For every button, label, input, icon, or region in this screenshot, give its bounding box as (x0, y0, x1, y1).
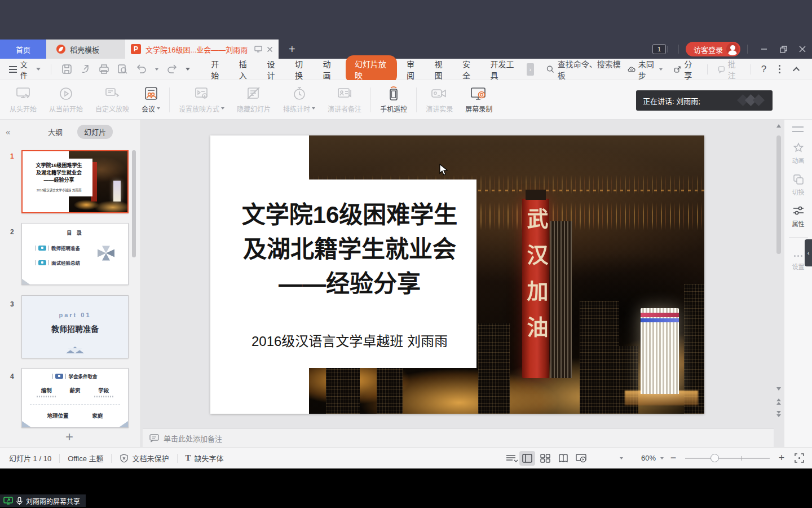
tab-docer[interactable]: 稻壳模板 (46, 40, 125, 59)
ribbon-start-from-current[interactable]: 从当前开始 (43, 82, 89, 117)
missing-font-button[interactable]: T 缺失字体 (186, 453, 224, 463)
view-dropdown-icon[interactable] (620, 457, 623, 459)
tab-outline[interactable]: 大纲 (41, 125, 69, 139)
window-list-badge[interactable]: 1 (652, 44, 666, 54)
zoom-out-button[interactable]: − (668, 452, 678, 464)
divider (177, 454, 178, 463)
more-icon[interactable] (779, 65, 780, 73)
zoom-slider-knob[interactable] (710, 454, 719, 462)
view-reading-button[interactable] (555, 451, 571, 466)
comment-button[interactable]: 批注 (718, 58, 740, 81)
slide-title-textbox[interactable]: 文学院16级困难学生 及湖北籍学生就业会 ——经验分享 2016级汉语言文学卓越… (223, 179, 476, 368)
tab-docer-label: 稻壳模板 (70, 44, 99, 55)
zoom-in-button[interactable]: + (776, 452, 787, 464)
slide-counter: 幻灯片 1 / 10 (9, 453, 51, 463)
tab-home[interactable]: 首页 (0, 40, 46, 59)
redo-button[interactable] (166, 64, 178, 75)
shield-x-icon (120, 454, 129, 463)
menu-slideshow-active[interactable]: 幻灯片放映 (346, 55, 397, 84)
add-slide-button[interactable]: + (61, 429, 78, 445)
print-button[interactable] (99, 64, 109, 75)
scrollbar-thumb[interactable] (776, 135, 781, 254)
share-button[interactable]: 分享 (674, 58, 696, 81)
customize-toolbar-icon[interactable] (186, 68, 190, 71)
divider (416, 87, 417, 112)
theme-name[interactable]: Office 主题 (68, 453, 103, 463)
slide-thumbnail-3[interactable]: part 01 教师招聘准备 (21, 295, 129, 358)
sidebar-animation[interactable]: 动画 (784, 142, 812, 165)
status-right: 60% − + (506, 451, 812, 466)
ribbon-lecture-record[interactable]: 演讲实录 (420, 82, 459, 117)
button-label: 排练计时 (283, 104, 315, 113)
star-icon (793, 142, 804, 154)
slide-thumbnail-2[interactable]: 目 录 教师招聘准备 面试经验总结 (21, 223, 129, 285)
sidebar-properties[interactable]: 属性 (784, 205, 812, 228)
scroll-up-icon (776, 124, 781, 128)
ribbon-rehearse-timing[interactable]: 排练计时 (277, 82, 321, 117)
minimize-button[interactable] (754, 41, 774, 57)
notes-bar[interactable]: 单击此处添加备注 (143, 428, 774, 447)
collapse-panel-button[interactable]: « (6, 127, 19, 137)
microphone-icon (16, 497, 23, 505)
ribbon-meeting[interactable]: 会议 (135, 82, 166, 117)
zoom-slider[interactable] (685, 458, 770, 459)
print-preview-button[interactable] (117, 64, 128, 75)
ribbon-custom-slideshow[interactable]: 自定义放映 (89, 82, 135, 117)
window-titlebar: 首页 稻壳模板 P 文学院16级困...业会——刘雨雨 + 1 (0, 0, 812, 59)
ribbon-phone-remote[interactable]: 手机遥控 (374, 82, 413, 117)
menu-overflow-button[interactable]: › (527, 63, 534, 76)
button-label: 演讲者备注 (328, 104, 361, 113)
menu-design[interactable]: 设计 (259, 55, 288, 84)
close-tab-icon[interactable] (267, 46, 273, 52)
sidebar-transition[interactable]: 切换 (784, 174, 812, 196)
envelope-icon (66, 347, 84, 353)
slide-thumbnail-4[interactable]: 学会条件取舍 编制 薪资 学段 地理位置 家庭 (21, 368, 129, 428)
button-label: 会议 (142, 104, 160, 113)
sidebar-settings[interactable]: 设置 (784, 262, 812, 271)
save-button[interactable] (61, 64, 72, 75)
export-button[interactable] (80, 64, 91, 75)
command-search[interactable]: 查找命令、搜索模板 (546, 58, 622, 81)
zoom-level[interactable]: 60% (641, 454, 656, 462)
close-window-button[interactable] (793, 41, 812, 57)
menu-transition[interactable]: 切换 (288, 55, 316, 84)
slide-editor[interactable]: 武汉加油 文学院16级困难学生 及湖北籍学生就业会 ——经验分享 2016级汉语… (210, 135, 704, 414)
meeting-logo-icon (736, 94, 766, 107)
collapse-ribbon-icon[interactable] (793, 67, 800, 73)
view-normal-button[interactable] (519, 451, 535, 466)
panel-menu-icon[interactable] (792, 126, 804, 132)
menu-start[interactable]: 开始 (204, 55, 232, 84)
ribbon-setup-show[interactable]: 设置放映方式 (173, 82, 231, 117)
file-menu[interactable]: 文件 (0, 59, 46, 80)
sync-status-button[interactable]: 未同步 (628, 58, 663, 81)
slide-number: 2 (10, 228, 14, 236)
thumbnail-title-box: 文学院16级困难学生 及湖北籍学生就业会 ——经验分享 2016级汉语言文学卓越… (25, 159, 92, 196)
fit-screen-button[interactable] (795, 453, 804, 463)
guest-login-button[interactable]: 访客登录 (686, 42, 740, 56)
undo-dropdown-icon[interactable] (155, 68, 158, 71)
screen: 首页 稻壳模板 P 文学院16级困...业会——刘雨雨 + 1 (0, 0, 812, 508)
ribbon-start-from-beginning[interactable]: 从头开始 (3, 82, 43, 117)
ribbon-hide-slide[interactable]: 隐藏幻灯片 (231, 82, 277, 117)
zoom-dropdown-icon[interactable] (660, 457, 664, 459)
view-sorter-button[interactable] (537, 451, 553, 466)
menu-insert[interactable]: 插入 (232, 55, 260, 84)
menu-security[interactable]: 安全 (455, 55, 483, 84)
view-slideshow-button[interactable] (573, 451, 589, 466)
ribbon-speaker-notes[interactable]: 演讲者备注 (321, 82, 368, 117)
panel-scrollbar[interactable] (132, 150, 136, 257)
restore-button[interactable] (774, 41, 793, 57)
tab-slides[interactable]: 幻灯片 (77, 125, 113, 139)
notes-toggle-button[interactable] (506, 454, 518, 462)
canvas-scrollbar[interactable] (774, 120, 784, 447)
menu-view[interactable]: 视图 (427, 55, 455, 84)
slide-thumbnail-1[interactable]: 文学院16级困难学生 及湖北籍学生就业会 ——经验分享 2016级汉语言文学卓越… (21, 150, 129, 213)
undo-button[interactable] (136, 64, 147, 75)
menu-animation[interactable]: 动画 (316, 55, 344, 84)
help-icon[interactable]: ? (761, 64, 766, 75)
missing-font-icon: T (186, 453, 191, 463)
document-protection[interactable]: 文档未保护 (120, 453, 169, 463)
menu-review[interactable]: 审阅 (399, 55, 427, 84)
ribbon-screen-record[interactable]: 屏幕录制 (459, 82, 498, 117)
menu-devtools[interactable]: 开发工具 (483, 55, 524, 84)
